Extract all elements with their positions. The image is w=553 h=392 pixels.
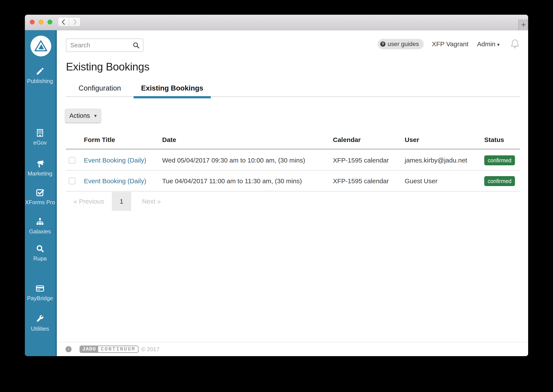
search-box [66,38,143,52]
actions-button[interactable]: Actions ▾ [65,109,101,123]
triangle-logo-icon [34,40,48,52]
sidebar-item-xforms-pro[interactable]: XForms Pro [25,188,55,206]
chevron-down-icon: ▾ [497,42,500,47]
close-window-button[interactable] [30,20,35,24]
main-content: ? user guides XFP Vagrant Admin▾ Existin… [57,30,528,356]
column-date: Date [162,130,176,150]
sidebar-item-label: XForms Pro [25,199,55,206]
copyright: © 2017 [141,346,159,353]
status-badge: confirmed [484,176,515,186]
new-tab-button[interactable]: + [518,20,528,30]
browser-nav-buttons [58,17,80,27]
magnifier-icon [36,245,44,253]
sidebar-item-label: Utilities [25,325,55,332]
footer: ↑ JADU CONTINUUM © 2017 [57,342,528,356]
checkbox-icon [36,188,44,197]
question-icon: ? [380,42,385,47]
sidebar-item-label: Marketing [25,170,55,177]
sidebar-item-label: Rupa [25,255,55,262]
sidebar-item-egov[interactable]: eGov [25,129,55,146]
row-checkbox[interactable] [69,157,75,164]
row-checkbox[interactable] [69,178,75,184]
wrench-icon [36,315,44,323]
user-guides-button[interactable]: ? user guides [378,39,424,49]
admin-label: Admin [477,40,496,48]
booking-calendar: XFP-1595 calendar [333,150,389,170]
chevron-right-icon [72,19,78,25]
header-right: ? user guides XFP Vagrant Admin▾ [378,39,520,49]
column-form-title: Form Title [84,130,115,150]
admin-menu[interactable]: Admin▾ [477,40,500,48]
brand-jadu: JADU [80,346,98,352]
sitemap-icon [36,217,44,226]
booking-link[interactable]: Event Booking (Daily) [84,171,146,191]
sidebar-item-label: Publishing [25,78,55,84]
sidebar-item-label: eGov [25,139,55,146]
page-title: Existing Bookings [66,61,149,73]
booking-date: Wed 05/04/2017 09:30 am to 10:00 am, (30… [162,150,305,170]
jadu-logo[interactable] [30,36,51,56]
sidebar-item-label: Galaxies [25,228,55,235]
forward-button[interactable] [69,17,80,27]
window-titlebar: + [25,15,528,30]
next-page-button[interactable]: Next » [142,192,161,211]
table-row: Event Booking (Daily) Wed 05/04/2017 09:… [66,150,520,170]
tab-bar: Configuration Existing Bookings [66,79,520,97]
chevron-left-icon [61,19,66,25]
credit-card-icon [36,284,44,293]
previous-page-button[interactable]: « Previous [73,192,104,211]
booking-date: Tue 04/04/2017 11:00 am to 11:30 am, (30… [162,171,302,191]
tab-configuration[interactable]: Configuration [66,79,134,97]
search-input[interactable] [66,38,143,52]
booking-link[interactable]: Event Booking (Daily) [84,150,146,170]
sidebar-item-rupa[interactable]: Rupa [25,245,55,262]
search-icon[interactable] [133,42,140,49]
pencil-icon [36,67,44,76]
page-number-button[interactable]: 1 [112,192,131,211]
chevron-down-icon: ▾ [94,113,97,119]
table-row: Event Booking (Daily) Tue 04/04/2017 11:… [66,171,520,191]
sidebar-item-utilities[interactable]: Utilities [25,315,55,332]
megaphone-icon [36,160,44,168]
back-button[interactable] [58,17,69,27]
zoom-window-button[interactable] [48,20,52,24]
sidebar-item-label: PayBridge [25,295,55,302]
sidebar-item-publishing[interactable]: Publishing [25,67,55,84]
tab-existing-bookings[interactable]: Existing Bookings [134,79,211,97]
sidebar-item-marketing[interactable]: Marketing [25,160,55,177]
scroll-to-top-button[interactable]: ↑ [65,346,71,352]
building-icon [36,129,44,137]
booking-calendar: XFP-1595 calendar [333,171,389,191]
table-header: Form Title Date Calendar User Status [66,130,520,150]
sidebar: Publishing eGov [25,30,57,356]
booking-user: james.kirby@jadu.net [405,150,467,170]
account-link[interactable]: XFP Vagrant [432,40,468,48]
column-calendar: Calendar [333,130,361,150]
sidebar-item-paybridge[interactable]: PayBridge [25,284,55,302]
sidebar-item-galaxies[interactable]: Galaxies [25,217,55,235]
browser-window: + Publishing [25,15,528,356]
user-guides-label: user guides [388,41,419,48]
actions-label: Actions [69,112,90,119]
notifications-bell-icon[interactable] [510,38,520,50]
booking-user: Guest User [405,171,438,191]
column-user: User [405,130,419,150]
jadu-continuum-logo: JADU CONTINUUM [79,346,139,353]
minimize-window-button[interactable] [39,20,43,24]
traffic-lights [30,20,52,24]
status-badge: confirmed [484,155,515,165]
brand-continuum: CONTINUUM [98,346,138,352]
column-status: Status [484,130,504,150]
